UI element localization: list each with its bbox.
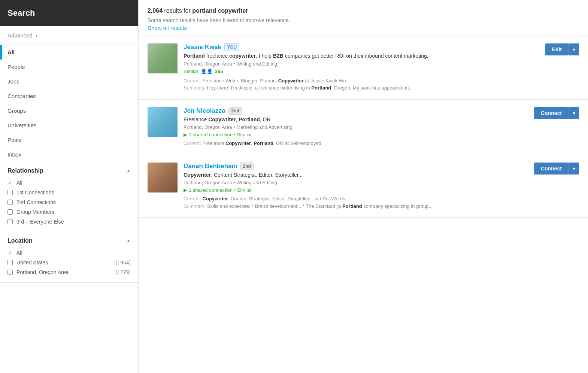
result-avatar bbox=[148, 107, 178, 137]
result-current: Current: Freelance Copywriter, Portland,… bbox=[184, 140, 528, 147]
checkbox-group[interactable] bbox=[7, 209, 13, 215]
checkbox-2nd[interactable] bbox=[7, 200, 13, 205]
location-collapse-icon[interactable]: ▲ bbox=[126, 238, 131, 243]
result-summary: Summary: Skills and expertise: * Brand d… bbox=[184, 203, 528, 210]
result-card-jessie-kwak: Jessie Kwak YOU Portland freelance copyw… bbox=[139, 36, 588, 100]
similar-connections: Similar 👤👤 285 bbox=[184, 69, 539, 74]
sidebar-item-posts[interactable]: Posts bbox=[0, 133, 138, 147]
location-option-us[interactable]: United States(1964) bbox=[7, 258, 131, 267]
result-name-row: Jen Nicolazzo 2nd bbox=[184, 107, 528, 115]
location-option-all[interactable]: ✓All bbox=[7, 248, 131, 258]
jen-nicolazzo-dropdown-button[interactable]: ▾ bbox=[569, 107, 579, 119]
location-options: ✓AllUnited States(1964)Portland, Oregon … bbox=[7, 248, 131, 277]
result-actions: Connect ▾ bbox=[534, 107, 579, 119]
advanced-link[interactable]: Advanced › bbox=[0, 26, 138, 45]
result-actions: Connect ▾ bbox=[534, 163, 579, 175]
result-avatar bbox=[148, 43, 178, 73]
result-location: Portland, Oregon Area • Marketing and Ad… bbox=[184, 124, 528, 130]
sidebar-item-inbox[interactable]: Inbox bbox=[0, 147, 138, 162]
location-option-portland[interactable]: Portland, Oregon Area(1279) bbox=[7, 267, 131, 277]
relationship-option-all[interactable]: ✓All bbox=[7, 178, 131, 188]
result-current: Current: Freelance Writer, Blogger, Prod… bbox=[184, 77, 539, 85]
connections-icon: 👤👤 bbox=[201, 69, 213, 74]
result-name[interactable]: Jen Nicolazzo bbox=[184, 107, 225, 115]
jessie-kwak-dropdown-button[interactable]: ▾ bbox=[569, 43, 579, 55]
checkmark-icon: ✓ bbox=[7, 250, 13, 256]
relationship-option-1st[interactable]: 1st Connections bbox=[7, 188, 131, 197]
results-number: 2,064 bbox=[148, 7, 163, 14]
badge-you: YOU bbox=[224, 43, 239, 51]
result-current: Current: Copywriter. Content Strategist.… bbox=[184, 195, 528, 203]
similar-label[interactable]: Similar bbox=[184, 69, 198, 74]
show-all-results-link[interactable]: Show all results bbox=[148, 25, 187, 31]
result-info: Jessie Kwak YOU Portland freelance copyw… bbox=[184, 43, 539, 92]
badge-2nd: 2nd bbox=[240, 163, 254, 170]
arrow-icon: ▶ bbox=[184, 132, 187, 137]
sidebar-item-universities[interactable]: Universities bbox=[0, 118, 138, 133]
action-button-group: Connect ▾ bbox=[534, 163, 579, 175]
danah-behbehani-dropdown-button[interactable]: ▾ bbox=[569, 163, 579, 175]
checkbox-loc-portland[interactable] bbox=[7, 270, 13, 275]
shared-connection: ▶ 1 shared connection • Similar bbox=[184, 132, 528, 137]
relationship-filter: Relationship ▲ ✓All1st Connections2nd Co… bbox=[0, 162, 138, 232]
checkbox-1st[interactable] bbox=[7, 190, 13, 195]
result-headline: Portland freelance copywriter. I help B2… bbox=[184, 52, 539, 60]
result-location: Portland, Oregon Area • Writing and Edit… bbox=[184, 180, 528, 185]
relationship-option-2nd[interactable]: 2nd Connections bbox=[7, 197, 131, 207]
sidebar: Search Advanced › AllPeopleJobsCompanies… bbox=[0, 0, 139, 373]
checkbox-3rd[interactable] bbox=[7, 219, 13, 224]
location-filter-title: Location ▲ bbox=[7, 237, 131, 244]
results-for-label: results for bbox=[164, 7, 193, 14]
relationship-collapse-icon[interactable]: ▲ bbox=[126, 168, 131, 173]
action-button-group: Edit ▾ bbox=[545, 43, 579, 55]
results-header: 2,064 results for portland copywriter So… bbox=[139, 0, 588, 36]
checkbox-loc-us[interactable] bbox=[7, 260, 13, 265]
result-name[interactable]: Jessie Kwak bbox=[184, 43, 221, 51]
advanced-label: Advanced bbox=[7, 32, 33, 39]
result-name-row: Jessie Kwak YOU bbox=[184, 43, 539, 51]
result-actions: Edit ▾ bbox=[545, 43, 579, 55]
sidebar-title: Search bbox=[7, 8, 35, 18]
relationship-filter-title: Relationship ▲ bbox=[7, 167, 131, 174]
sidebar-item-groups[interactable]: Groups bbox=[0, 103, 138, 118]
result-name-row: Danah Behbehani 2nd bbox=[184, 163, 528, 170]
relationship-options: ✓All1st Connections2nd ConnectionsGroup … bbox=[7, 178, 131, 227]
result-avatar bbox=[148, 163, 178, 192]
sidebar-item-companies[interactable]: Companies bbox=[0, 89, 138, 103]
jen-nicolazzo-action-button[interactable]: Connect bbox=[534, 107, 569, 119]
connections-count: 285 bbox=[215, 69, 223, 74]
shared-connection: ▶ 1 shared connection • Similar bbox=[184, 187, 528, 193]
location-filter: Location ▲ ✓AllUnited States(1964)Portla… bbox=[0, 232, 138, 283]
checkmark-icon: ✓ bbox=[7, 180, 13, 186]
result-card-jen-nicolazzo: Jen Nicolazzo 2nd Freelance Copywriter, … bbox=[139, 100, 588, 155]
result-headline: Freelance Copywriter, Portland, OR bbox=[184, 116, 528, 124]
danah-behbehani-action-button[interactable]: Connect bbox=[534, 163, 569, 175]
relationship-option-3rd[interactable]: 3rd + Everyone Else bbox=[7, 217, 131, 227]
result-name[interactable]: Danah Behbehani bbox=[184, 163, 237, 170]
sidebar-item-jobs[interactable]: Jobs bbox=[0, 74, 138, 89]
result-location: Portland, Oregon Area • Writing and Edit… bbox=[184, 61, 539, 67]
result-headline: Copywriter. Content Strategist. Editor. … bbox=[184, 172, 528, 179]
results-list: Jessie Kwak YOU Portland freelance copyw… bbox=[139, 36, 588, 218]
results-query: portland copywriter bbox=[192, 7, 248, 14]
result-card-danah-behbehani: Danah Behbehani 2nd Copywriter. Content … bbox=[139, 155, 588, 218]
result-summary: Summary: Hey there! I'm Jessie, a freela… bbox=[184, 84, 539, 92]
result-info: Danah Behbehani 2nd Copywriter. Content … bbox=[184, 163, 528, 210]
badge-2nd: 2nd bbox=[228, 107, 242, 115]
sidebar-item-all[interactable]: All bbox=[0, 45, 138, 60]
advanced-arrow-icon: › bbox=[36, 32, 37, 39]
nav-section: AllPeopleJobsCompaniesGroupsUniversities… bbox=[0, 45, 138, 162]
relationship-option-group[interactable]: Group Members bbox=[7, 207, 131, 217]
sidebar-item-people[interactable]: People bbox=[0, 60, 138, 74]
arrow-icon: ▶ bbox=[184, 187, 187, 193]
result-info: Jen Nicolazzo 2nd Freelance Copywriter, … bbox=[184, 107, 528, 147]
sidebar-header: Search bbox=[0, 0, 138, 26]
action-button-group: Connect ▾ bbox=[534, 107, 579, 119]
main-content: 2,064 results for portland copywriter So… bbox=[139, 0, 588, 373]
results-count-text: 2,064 results for portland copywriter bbox=[148, 7, 579, 14]
filtered-message: Some search results have been filtered t… bbox=[148, 17, 579, 23]
jessie-kwak-action-button[interactable]: Edit bbox=[545, 43, 569, 55]
